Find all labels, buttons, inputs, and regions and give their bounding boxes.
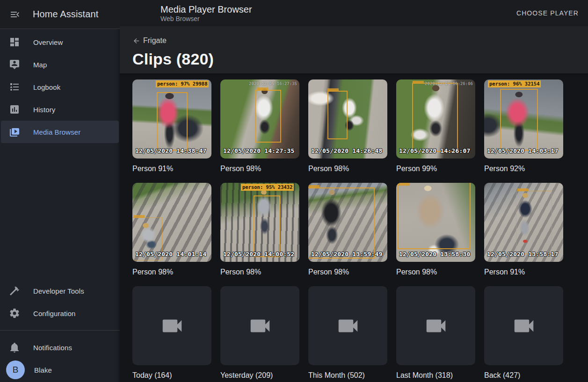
folder-label: This Month (502): [308, 371, 387, 380]
clip-card[interactable]: 2020-12-05 16:26:06 12/05/2020 14:26:07 …: [396, 79, 475, 173]
detection-label: person: 96% 32154: [488, 80, 541, 87]
main-area: Media Player Browser Web Browser CHOOSE …: [120, 0, 588, 382]
sidebar-bottom: Developer Tools Configuration Notificati…: [0, 280, 120, 382]
dashboard-icon: [9, 36, 20, 48]
clip-timestamp-overlay: 12/05/2020 13:58:17: [487, 251, 559, 258]
sidebar-header: Home Assistant: [0, 0, 120, 29]
detection-label: [399, 183, 410, 186]
clip-timestamp-overlay: 12/05/2020 13:58:30: [399, 251, 471, 258]
clip-card[interactable]: person: 95% 23432 12/05/2020 14:00:52 Pe…: [220, 183, 299, 277]
page-title: Clips (820): [132, 50, 588, 68]
sidebar-item-media-browser[interactable]: Media Browser: [1, 121, 119, 143]
clip-card[interactable]: 12/05/2020 14:26:48 Person 98%: [308, 79, 387, 173]
clip-caption: Person 98%: [220, 164, 299, 173]
folder-label: Last Month (318): [396, 371, 475, 380]
clip-caption: Person 91%: [484, 267, 563, 277]
folder-thumbnail: [132, 286, 211, 365]
top-app-bar: Media Player Browser Web Browser CHOOSE …: [120, 0, 588, 26]
clip-caption: Person 98%: [308, 164, 387, 173]
clip-card[interactable]: 12/05/2020 13:58:30 Person 98%: [396, 183, 475, 277]
folder-card-this-month[interactable]: This Month (502): [308, 286, 387, 380]
sidebar-item-label: History: [33, 106, 55, 114]
clip-timestamp-overlay: 12/05/2020 14:00:52: [223, 251, 295, 258]
avatar: B: [6, 360, 25, 379]
detection-label: [133, 215, 145, 218]
folder-label: Yesterday (209): [220, 371, 299, 380]
menu-toggle-icon[interactable]: [9, 9, 21, 20]
sidebar-divider: [0, 330, 120, 331]
page-header-subtitle: Web Browser: [160, 15, 252, 23]
clip-card[interactable]: person: 97% 29988 12/05/2020 14:38:47 Pe…: [132, 79, 211, 173]
clip-card[interactable]: 12/05/2020 14:01:14 Person 98%: [132, 183, 211, 277]
sidebar-item-logbook[interactable]: Logbook: [1, 76, 119, 98]
breadcrumb-label: Frigate: [143, 36, 167, 45]
app-title: Home Assistant: [33, 9, 98, 20]
clip-thumbnail: 12/05/2020 13:58:17: [484, 183, 563, 262]
detection-label: [517, 188, 529, 191]
sidebar-item-label: Media Browser: [33, 128, 80, 136]
clip-thumbnail: 2020-12-05 16:27:35 12/05/2020 14:27:35: [220, 79, 299, 159]
sidebar-item-notifications[interactable]: Notifications: [1, 336, 119, 359]
detection-label: [308, 185, 319, 188]
camera-osd-text: 2020-12-05 16:26:06: [425, 81, 473, 86]
clip-card[interactable]: 12/05/2020 13:59:49 Person 98%: [308, 183, 387, 277]
video-icon: [335, 313, 361, 339]
detection-label: person: 97% 29988: [156, 80, 209, 87]
detection-bounding-box: [308, 187, 375, 259]
bell-icon: [9, 342, 20, 353]
clip-caption: Person 98%: [308, 267, 387, 277]
choose-player-button[interactable]: CHOOSE PLAYER: [513, 5, 582, 22]
clip-card[interactable]: 2020-12-05 16:27:35 12/05/2020 14:27:35 …: [220, 79, 299, 173]
clip-caption: Person 98%: [396, 267, 475, 277]
home-assistant-app: Home Assistant Overview Map Logbook Hist…: [0, 0, 588, 382]
clip-timestamp-overlay: 12/05/2020 14:01:14: [135, 251, 207, 258]
detection-bounding-box: [255, 90, 281, 143]
media-grid: person: 97% 29988 12/05/2020 14:38:47 Pe…: [132, 79, 583, 380]
folder-card-back[interactable]: Back (427): [484, 286, 563, 380]
sidebar-item-label: Developer Tools: [33, 287, 84, 295]
detection-label: [327, 88, 339, 91]
camera-osd-text: 2020-12-05 16:27:35: [249, 81, 297, 86]
sidebar-item-history[interactable]: History: [1, 98, 119, 121]
hammer-icon: [9, 285, 20, 296]
clip-thumbnail: person: 96% 32154 12/05/2020 14:03:17: [484, 79, 563, 159]
clip-thumbnail: 12/05/2020 14:26:48: [308, 79, 387, 159]
detection-label: person: 95% 23432: [241, 184, 294, 191]
sidebar-item-label: Configuration: [33, 310, 76, 317]
sidebar-item-configuration[interactable]: Configuration: [1, 302, 119, 324]
detection-bounding-box: [327, 91, 348, 140]
clip-card[interactable]: person: 96% 32154 12/05/2020 14:03:17 Pe…: [484, 79, 563, 173]
play-box-multiple-icon: [9, 126, 20, 137]
detection-bounding-box: [254, 195, 280, 257]
clip-card[interactable]: 12/05/2020 13:58:17 Person 91%: [484, 183, 563, 277]
chart-box-icon: [9, 104, 20, 115]
clip-thumbnail: 12/05/2020 14:01:14: [132, 183, 211, 262]
folder-card-today[interactable]: Today (164): [132, 286, 211, 380]
sidebar-item-label: Overview: [33, 38, 63, 46]
clip-caption: Person 99%: [396, 164, 475, 173]
detection-label: [257, 87, 268, 90]
video-icon: [423, 313, 449, 339]
clip-timestamp-overlay: 12/05/2020 14:38:47: [135, 147, 207, 154]
clip-thumbnail: person: 95% 23432 12/05/2020 14:00:52: [220, 183, 299, 262]
video-icon: [511, 313, 537, 339]
detection-bounding-box: [500, 89, 538, 151]
list-icon: [9, 81, 20, 93]
clip-timestamp-overlay: 12/05/2020 13:59:49: [311, 251, 383, 258]
sidebar-item-map[interactable]: Map: [1, 53, 119, 76]
breadcrumb[interactable]: Frigate: [132, 36, 167, 45]
detection-label: [413, 81, 424, 84]
folder-label: Today (164): [132, 371, 211, 380]
clip-thumbnail: 12/05/2020 13:59:49: [308, 183, 387, 262]
sidebar-item-label: Notifications: [33, 344, 72, 352]
folder-thumbnail: [308, 286, 387, 365]
folder-card-yesterday[interactable]: Yesterday (209): [220, 286, 299, 380]
folder-card-last-month[interactable]: Last Month (318): [396, 286, 475, 380]
sidebar-item-overview[interactable]: Overview: [1, 31, 119, 53]
sidebar-item-developer-tools[interactable]: Developer Tools: [1, 280, 119, 302]
detection-bounding-box: [516, 191, 552, 254]
clip-thumbnail: 2020-12-05 16:26:06 12/05/2020 14:26:07: [396, 79, 475, 159]
gear-icon: [9, 308, 20, 319]
sidebar-item-user[interactable]: B Blake: [1, 359, 119, 381]
video-icon: [160, 313, 185, 339]
